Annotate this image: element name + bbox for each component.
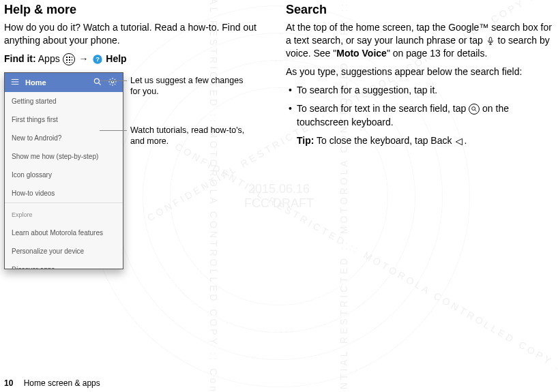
hamburger-icon xyxy=(10,77,20,88)
find-it-help: Help xyxy=(106,53,126,64)
list-item: First things first xyxy=(5,110,123,129)
text-span: . xyxy=(464,135,467,146)
search-paragraph-1: At the top of the home screen, tap the G… xyxy=(286,21,554,60)
find-it-apps: Apps xyxy=(38,53,60,64)
callout-text: Let us suggest a few changes for you. xyxy=(130,76,243,96)
phone-app-header: Home xyxy=(5,73,123,92)
list-item: Getting started xyxy=(5,92,123,110)
apps-grid-icon xyxy=(63,53,75,65)
phone-app-title: Home xyxy=(25,78,46,87)
microphone-icon xyxy=(486,36,495,46)
svg-rect-5 xyxy=(489,37,492,42)
footer-section: Home screen & apps xyxy=(24,378,100,388)
list-item: Show me how (step-by-step) xyxy=(5,147,123,166)
bullet-item: To search for a suggestion, tap it. xyxy=(289,84,554,97)
list-item: Learn about Motorola features xyxy=(5,224,123,242)
svg-line-7 xyxy=(475,110,476,112)
search-icon xyxy=(93,77,102,88)
tip-label: Tip: xyxy=(297,135,314,146)
search-paragraph-2: As you type, suggestions appear below th… xyxy=(286,65,554,78)
list-item: Personalize your device xyxy=(5,242,123,260)
find-it-line: Find it: Apps → ? Help xyxy=(4,52,272,65)
help-intro: How do you do it? Watch a tutorial. Read… xyxy=(4,21,272,47)
search-key-icon xyxy=(469,104,480,115)
svg-text:?: ? xyxy=(96,56,100,63)
list-item: Icon glossary xyxy=(5,166,123,184)
find-it-label: Find it: xyxy=(4,53,36,64)
page-footer: 10 Home screen & apps xyxy=(4,378,100,388)
callout-tutorials: Watch tutorials, read how-to's, and more… xyxy=(130,125,253,147)
callout-text: Watch tutorials, read how-to's, and more… xyxy=(130,125,244,146)
callout-suggestions: Let us suggest a few changes for you. xyxy=(130,75,253,97)
back-triangle-icon xyxy=(454,137,464,147)
arrow-icon: → xyxy=(78,53,88,64)
svg-point-2 xyxy=(94,78,99,83)
tip-line: Tip: To close the keyboard, tap Back . xyxy=(286,134,554,147)
text-span: To close the keyboard, tap Back xyxy=(314,135,454,146)
help-question-icon: ? xyxy=(92,54,103,65)
help-heading: Help & more xyxy=(4,3,272,17)
svg-point-6 xyxy=(472,107,475,110)
list-section-label: Explore xyxy=(5,203,123,224)
page-number: 10 xyxy=(4,378,13,388)
text-span: " on page 13 for details. xyxy=(387,48,487,59)
svg-line-3 xyxy=(99,83,101,85)
text-span: To search for text in the search field, … xyxy=(297,103,469,114)
list-item: How-to videos xyxy=(5,184,123,202)
list-item: Discover apps xyxy=(5,260,123,269)
search-heading: Search xyxy=(286,3,554,17)
phone-mock-help-app: Home Getting started First things first … xyxy=(4,72,123,269)
gear-icon xyxy=(108,77,117,88)
text-bold: Moto Voice xyxy=(336,48,387,59)
list-item: New to Android? xyxy=(5,129,123,147)
bullet-item: To search for text in the search field, … xyxy=(289,102,554,129)
